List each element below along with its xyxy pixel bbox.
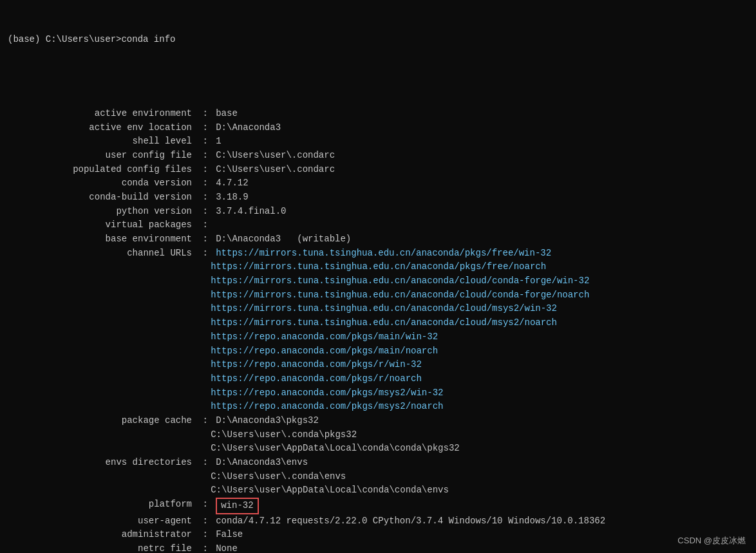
row-sep: :: [194, 456, 216, 470]
row-value: 3.18.9: [216, 191, 248, 205]
row-value-url: https://repo.anaconda.com/pkgs/main/win-…: [211, 330, 438, 344]
row-label: python version: [8, 205, 194, 219]
row-value-url: https://mirrors.tuna.tsinghua.edu.cn/ana…: [211, 260, 546, 274]
row-sep: :: [194, 121, 216, 135]
row-value: None: [216, 542, 238, 553]
row-value-cont: C:\Users\user\AppData\Local\conda\conda\…: [211, 483, 449, 498]
row-label-empty: [8, 288, 194, 303]
info-row-continuation: C:\Users\user\AppData\Local\conda\conda\…: [8, 442, 748, 456]
row-sep: :: [194, 542, 216, 553]
row-sep-empty: [194, 274, 211, 288]
row-sep: :: [194, 514, 216, 529]
row-sep: :: [194, 205, 216, 219]
row-sep: :: [194, 163, 216, 177]
info-row: active environment : base: [8, 107, 748, 121]
info-table: active environment : baseactive env loca…: [8, 79, 748, 553]
info-row: package cache : D:\Anaconda3\pkgs32: [8, 414, 748, 428]
row-label: virtual packages: [8, 218, 194, 232]
row-label: active environment: [8, 107, 194, 121]
info-row: channel URLs : https://mirrors.tuna.tsin…: [8, 247, 748, 261]
row-label: populated config files: [8, 163, 194, 177]
row-value: 3.7.4.final.0: [216, 205, 286, 219]
row-label-empty: [8, 386, 194, 400]
row-value-url: https://mirrors.tuna.tsinghua.edu.cn/ana…: [211, 288, 589, 303]
row-value: C:\Users\user\.condarc: [216, 149, 335, 163]
row-value: 1: [216, 135, 221, 149]
row-sep-empty: [194, 372, 211, 386]
platform-value-box: win-32: [216, 498, 258, 514]
watermark: CSDN @皮皮冰燃: [677, 535, 746, 547]
row-sep: :: [194, 218, 216, 232]
row-label: shell level: [8, 135, 194, 149]
info-row-continuation: C:\Users\user\.conda\pkgs32: [8, 428, 748, 442]
row-label-empty: [8, 483, 194, 498]
row-value-cont: C:\Users\user\.conda\envs: [211, 470, 346, 484]
row-value: D:\Anaconda3\envs: [216, 456, 308, 470]
row-value: False: [216, 528, 243, 542]
row-label: user-agent: [8, 514, 194, 529]
row-sep: :: [194, 498, 216, 514]
row-label-empty: [8, 442, 194, 456]
row-sep-empty: [194, 260, 211, 274]
info-row-continuation: https://mirrors.tuna.tsinghua.edu.cn/ana…: [8, 302, 748, 316]
info-row: python version : 3.7.4.final.0: [8, 205, 748, 219]
row-value: C:\Users\user\.condarc: [216, 163, 335, 177]
row-label: platform: [8, 498, 194, 514]
info-row: user-agent : conda/4.7.12 requests/2.22.…: [8, 514, 748, 529]
row-label: envs directories: [8, 456, 194, 470]
row-value-url: https://mirrors.tuna.tsinghua.edu.cn/ana…: [211, 302, 557, 316]
row-sep: :: [194, 528, 216, 542]
info-row-continuation: https://mirrors.tuna.tsinghua.edu.cn/ana…: [8, 260, 748, 274]
row-sep: :: [194, 135, 216, 149]
info-row-continuation: https://repo.anaconda.com/pkgs/msys2/win…: [8, 386, 748, 400]
row-sep-empty: [194, 316, 211, 330]
info-row-continuation: https://repo.anaconda.com/pkgs/main/win-…: [8, 330, 748, 344]
info-row: populated config files : C:\Users\user\.…: [8, 163, 748, 177]
row-sep: :: [194, 247, 216, 261]
row-label: package cache: [8, 414, 194, 428]
row-sep: :: [194, 232, 216, 247]
info-row-platform: platform : win-32: [8, 498, 748, 514]
info-row: administrator : False: [8, 528, 748, 542]
row-sep-empty: [194, 288, 211, 303]
terminal: (base) C:\Users\user>conda info active e…: [0, 0, 756, 553]
row-value: conda/4.7.12 requests/2.22.0 CPython/3.7…: [216, 514, 605, 529]
row-label-empty: [8, 400, 194, 414]
info-row: shell level : 1: [8, 135, 748, 149]
info-row-continuation: https://repo.anaconda.com/pkgs/msys2/noa…: [8, 400, 748, 414]
row-label-empty: [8, 372, 194, 386]
info-row-continuation: https://repo.anaconda.com/pkgs/r/noarch: [8, 372, 748, 386]
row-label-empty: [8, 316, 194, 330]
info-row-continuation: https://repo.anaconda.com/pkgs/main/noar…: [8, 344, 748, 359]
info-row: active env location : D:\Anaconda3: [8, 121, 748, 135]
row-value-cont: C:\Users\user\.conda\pkgs32: [211, 428, 357, 442]
info-row: conda-build version : 3.18.9: [8, 191, 748, 205]
row-value: base: [216, 107, 238, 121]
row-value-url: https://repo.anaconda.com/pkgs/msys2/noa…: [211, 400, 443, 414]
row-sep: :: [194, 414, 216, 428]
row-label-empty: [8, 302, 194, 316]
row-value-url: https://mirrors.tuna.tsinghua.edu.cn/ana…: [211, 316, 557, 330]
row-label-empty: [8, 344, 194, 359]
row-label: netrc file: [8, 542, 194, 553]
command-line: (base) C:\Users\user>conda info: [8, 33, 748, 47]
info-row-continuation: C:\Users\user\.conda\envs: [8, 470, 748, 484]
row-label-empty: [8, 274, 194, 288]
info-row: virtual packages :: [8, 218, 748, 232]
row-label-empty: [8, 330, 194, 344]
row-label-empty: [8, 428, 194, 442]
row-label: conda-build version: [8, 191, 194, 205]
row-label: channel URLs: [8, 247, 194, 261]
info-row-continuation: https://mirrors.tuna.tsinghua.edu.cn/ana…: [8, 288, 748, 303]
row-value-url: https://repo.anaconda.com/pkgs/main/noar…: [211, 344, 438, 359]
row-value-url: https://repo.anaconda.com/pkgs/msys2/win…: [211, 386, 443, 400]
row-sep: :: [194, 149, 216, 163]
row-sep-empty: [194, 302, 211, 316]
row-sep-empty: [194, 344, 211, 359]
info-row-continuation: https://mirrors.tuna.tsinghua.edu.cn/ana…: [8, 316, 748, 330]
row-sep-empty: [194, 330, 211, 344]
row-sep-empty: [194, 400, 211, 414]
row-value: D:\Anaconda3\pkgs32: [216, 414, 319, 428]
row-value: D:\Anaconda3 (writable): [216, 232, 351, 247]
row-label-empty: [8, 358, 194, 372]
